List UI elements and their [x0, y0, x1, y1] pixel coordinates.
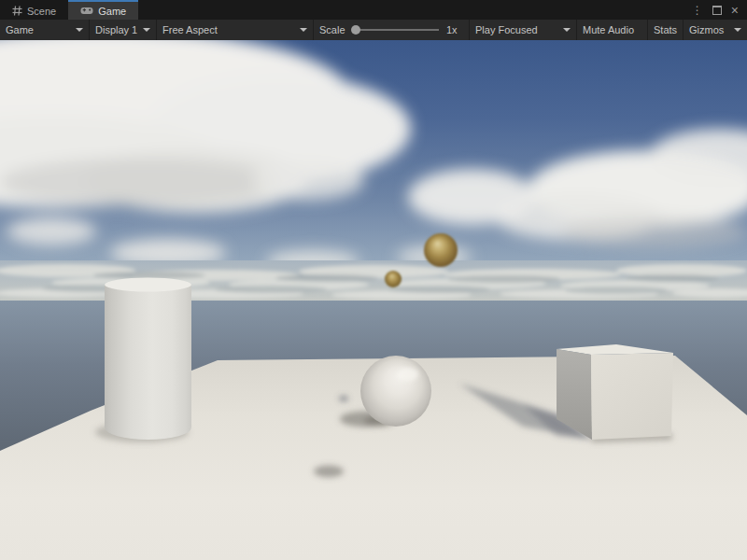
tab-game-label: Game — [98, 6, 126, 17]
gold-large-shadow — [314, 466, 344, 478]
game-render — [0, 40, 747, 560]
tabbar-spacer — [138, 0, 692, 20]
chevron-down-icon — [143, 28, 150, 32]
scale-label: Scale — [319, 24, 345, 35]
scale-value: 1x — [446, 24, 463, 35]
scale-slider-track[interactable] — [355, 29, 439, 31]
tab-scene-label: Scene — [27, 6, 56, 17]
chevron-down-icon — [734, 28, 741, 32]
chevron-down-icon — [300, 28, 307, 32]
mute-audio-button[interactable]: Mute Audio — [577, 20, 648, 40]
gizmos-dropdown[interactable]: Gizmos — [684, 20, 747, 40]
game-mode-label: Game — [6, 24, 70, 35]
white-cylinder — [105, 278, 191, 441]
white-cube — [557, 344, 673, 440]
close-icon[interactable]: × — [731, 4, 739, 17]
chevron-down-icon — [76, 28, 83, 32]
gold-small-shadow — [339, 396, 348, 401]
stats-label: Stats — [654, 24, 677, 35]
gold-sphere-large — [424, 233, 458, 267]
stats-button[interactable]: Stats — [648, 20, 684, 40]
tab-game[interactable]: Game — [68, 0, 138, 20]
aspect-ratio-dropdown[interactable]: Free Aspect — [157, 20, 314, 40]
game-viewport[interactable] — [0, 40, 747, 560]
grid-icon — [12, 6, 22, 16]
unity-game-window: Scene Game ⋮ × Game Display 1 — [0, 0, 747, 560]
tab-scene[interactable]: Scene — [0, 0, 68, 20]
scale-control: Scale 1x — [314, 20, 470, 40]
play-focused-label: Play Focused — [475, 24, 557, 35]
mute-audio-label: Mute Audio — [583, 24, 641, 35]
gold-sphere-small — [385, 271, 402, 287]
white-sphere — [360, 356, 431, 427]
window-controls: ⋮ × — [692, 0, 747, 20]
display-label: Display 1 — [95, 24, 137, 35]
tab-bar: Scene Game ⋮ × — [0, 0, 747, 20]
play-focused-dropdown[interactable]: Play Focused — [470, 20, 577, 40]
cube-front-face — [591, 353, 673, 440]
chevron-down-icon — [563, 28, 571, 32]
game-view-toolbar: Game Display 1 Free Aspect Scale 1x Play… — [0, 20, 747, 40]
kebab-menu-icon[interactable]: ⋮ — [692, 5, 703, 16]
scale-slider[interactable] — [351, 24, 441, 35]
aspect-label: Free Aspect — [162, 24, 294, 35]
scale-slider-thumb[interactable] — [351, 25, 360, 35]
gamepad-icon — [80, 7, 93, 15]
gizmos-label: Gizmos — [689, 24, 728, 35]
game-mode-dropdown[interactable]: Game — [0, 20, 90, 40]
display-dropdown[interactable]: Display 1 — [90, 20, 157, 40]
maximize-icon[interactable] — [712, 6, 722, 15]
